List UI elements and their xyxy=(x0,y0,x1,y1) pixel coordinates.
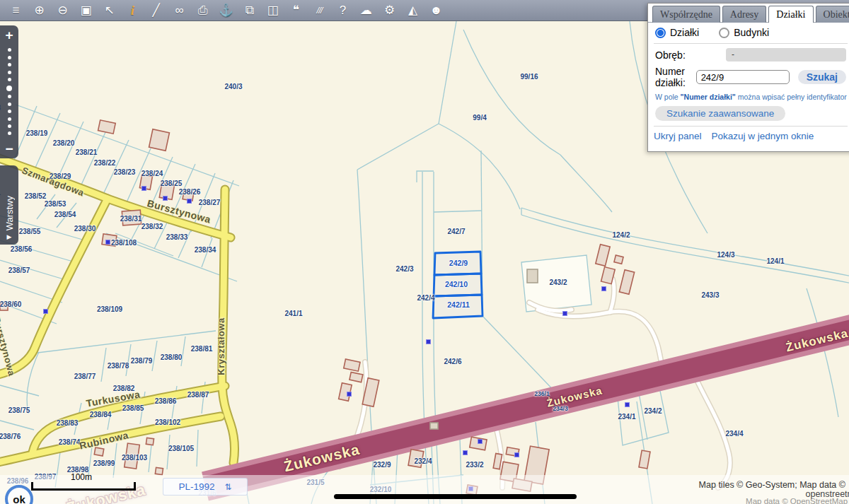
settings-gears-button[interactable]: ⚙ xyxy=(378,1,401,20)
zoom-level-dot[interactable] xyxy=(8,95,11,98)
zoom-level-dot-active[interactable] xyxy=(6,86,12,91)
zoom-level-dot[interactable] xyxy=(8,110,11,113)
radio-budynki[interactable] xyxy=(719,28,729,38)
tab-adresy[interactable]: Adresy xyxy=(722,6,766,23)
info-button[interactable]: i xyxy=(121,1,144,20)
zoom-level-dot[interactable] xyxy=(8,117,11,121)
numer-row: Numer działki: Szukaj xyxy=(648,61,849,88)
layout-panels-icon: ◫ xyxy=(267,4,278,16)
measure-button[interactable]: ╱ xyxy=(144,1,168,20)
info-icon: i xyxy=(131,4,134,17)
zoom-out-icon: ⊖ xyxy=(57,4,67,16)
pointer-icon: ↖ xyxy=(104,4,114,16)
help-button[interactable]: ? xyxy=(331,1,354,20)
layers-panel-toggle[interactable]: Warstwy ▶ xyxy=(0,165,18,245)
obreb-select[interactable]: - xyxy=(726,48,846,61)
mirror-flip-icon: ◭ xyxy=(408,4,417,16)
scale-label: 100m xyxy=(31,472,132,482)
layers-button[interactable]: ≡ xyxy=(4,1,28,20)
geoportal-app: { "toolbar": {"icons": [ {"name":"layers… xyxy=(0,0,849,504)
zoom-level-dot[interactable] xyxy=(8,124,11,128)
link-icon: ∞ xyxy=(175,4,183,16)
zoom-control: + − xyxy=(0,25,18,158)
zoom-out-button[interactable]: − xyxy=(5,142,13,156)
attribution-line3: Map data © OpenStreetMap (www xyxy=(746,497,849,504)
tab-dziaki[interactable]: Działki xyxy=(768,6,813,23)
numer-dzialki-input[interactable] xyxy=(696,70,790,84)
location-marker-icon: ⚓ xyxy=(219,4,233,16)
link-button[interactable]: ∞ xyxy=(168,1,191,20)
local-roads xyxy=(0,156,235,464)
zoom-level-dot[interactable] xyxy=(8,63,11,66)
settings-gears-icon: ⚙ xyxy=(384,4,395,16)
zoom-in-icon: ⊕ xyxy=(34,4,44,16)
feedback-icon: ☻ xyxy=(430,4,443,16)
zoom-level-dot[interactable] xyxy=(8,71,11,74)
highlighted-parcels xyxy=(433,252,483,318)
search-type-row: Działki Budynki xyxy=(648,23,849,38)
select-extent-button[interactable]: ▣ xyxy=(74,1,98,20)
radio-budynki-label: Budynki xyxy=(734,27,769,38)
crs-switch-icon: ⇅ xyxy=(224,482,231,492)
zoom-in-button[interactable]: + xyxy=(5,28,13,42)
zoom-level-dot[interactable] xyxy=(8,48,11,52)
crs-selector[interactable]: PL-1992 ⇅ xyxy=(163,478,248,496)
advanced-search-button[interactable]: Szukanie zaawansowane xyxy=(655,106,785,121)
obreb-row: Obręb: - xyxy=(648,44,849,61)
mirror-flip-button[interactable]: ◭ xyxy=(401,1,424,20)
scale-bar xyxy=(31,482,136,491)
location-marker-button[interactable]: ⚓ xyxy=(214,1,238,20)
zoom-in-button[interactable]: ⊕ xyxy=(28,1,51,20)
measure-icon: ╱ xyxy=(152,4,159,16)
tab-obiekty[interactable]: Obiekty xyxy=(816,6,849,23)
zoom-level-dot[interactable] xyxy=(8,102,11,106)
chevron-right-icon: ▶ xyxy=(7,233,12,240)
print-button[interactable]: ⎙ xyxy=(191,1,214,20)
comment-bubble-icon: ❝ xyxy=(293,4,299,16)
radio-dzialki[interactable] xyxy=(655,28,666,38)
duplicate-window-icon: ⧉ xyxy=(245,4,253,16)
comment-bubble-button[interactable]: ❝ xyxy=(284,1,308,20)
select-extent-icon: ▣ xyxy=(80,4,91,16)
search-panel: WspółrzędneAdresyDziałkiObiekty Działki … xyxy=(647,3,849,152)
duplicate-window-button[interactable]: ⧉ xyxy=(238,1,261,20)
layers-icon: ≡ xyxy=(13,4,20,16)
panel-links: Ukryj panel Pokazuj w jednym oknie xyxy=(648,127,849,141)
zoom-out-button[interactable]: ⊖ xyxy=(51,1,74,20)
help-icon: ? xyxy=(340,4,346,16)
cloud-upload-button[interactable]: ☁ xyxy=(354,1,378,20)
zoom-level-dots[interactable] xyxy=(6,45,12,139)
layers-label: Warstwy xyxy=(4,196,15,230)
print-icon: ⎙ xyxy=(198,4,208,16)
zoom-level-dot[interactable] xyxy=(8,78,11,81)
layout-panels-button[interactable]: ◫ xyxy=(261,1,284,20)
pointer-button[interactable]: ↖ xyxy=(98,1,121,20)
crs-label: PL-1992 xyxy=(178,481,214,492)
numer-dzialki-label: Numer działki: xyxy=(655,66,696,88)
single-window-link[interactable]: Pokazuj w jednym oknie xyxy=(712,131,814,141)
radio-dzialki-label: Działki xyxy=(670,27,699,38)
panel-tabs: WspółrzędneAdresyDziałkiObiekty xyxy=(648,4,849,23)
obreb-label: Obręb: xyxy=(655,49,726,61)
redaction-bar xyxy=(334,494,577,499)
hide-panel-link[interactable]: Ukryj panel xyxy=(654,131,702,141)
feedback-button[interactable]: ☻ xyxy=(424,1,448,20)
zoom-level-dot[interactable] xyxy=(8,56,11,59)
search-button[interactable]: Szukaj xyxy=(798,70,846,84)
zoom-level-dot[interactable] xyxy=(8,131,11,135)
hatch-lines-icon: /// xyxy=(317,6,323,15)
attribution-line1: Map tiles © Geo-System; Map data © xyxy=(699,480,845,490)
cloud-upload-icon: ☁ xyxy=(360,4,372,16)
hatch-lines-button[interactable]: /// xyxy=(308,1,331,20)
search-hint: W pole "Numer działki" można wpisać pełn… xyxy=(648,88,849,101)
tab-wsprzdne[interactable]: Współrzędne xyxy=(652,6,720,23)
